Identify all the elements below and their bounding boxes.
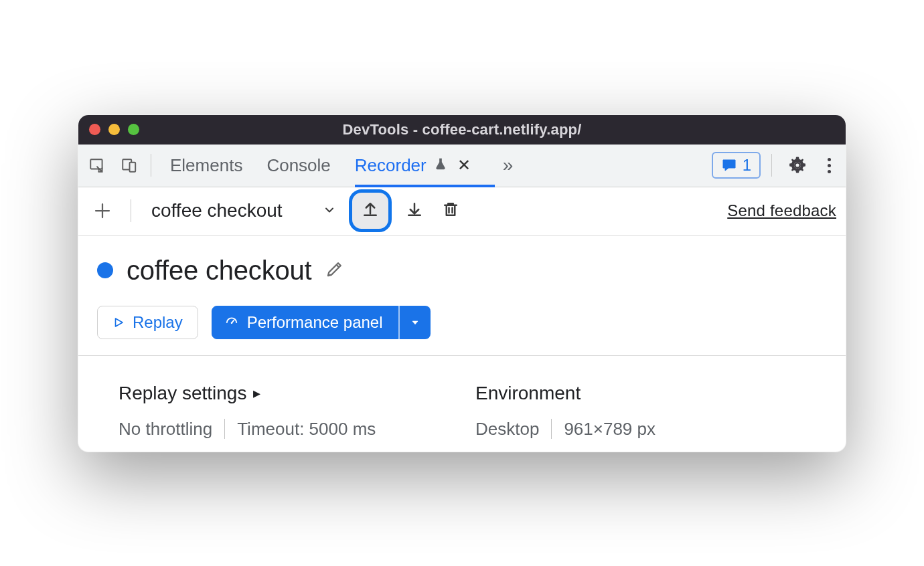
replay-settings-section: Replay settings ▸ No throttling Timeout:…: [119, 383, 449, 440]
replay-button[interactable]: Replay: [97, 306, 198, 339]
more-options-button[interactable]: [819, 158, 839, 173]
caret-right-icon: ▸: [253, 385, 260, 402]
svg-rect-2: [130, 163, 136, 172]
zoom-window-button[interactable]: [128, 124, 139, 135]
delete-recording-button[interactable]: [441, 199, 461, 222]
replay-settings-toggle[interactable]: Replay settings ▸: [119, 383, 449, 404]
export-recording-button[interactable]: [352, 193, 388, 229]
devtools-window: DevTools - coffee-cart.netlify.app/ Elem…: [78, 114, 846, 452]
separator: [224, 419, 225, 439]
dimensions-value: 961×789 px: [564, 419, 656, 440]
throttling-value: No throttling: [119, 419, 212, 440]
recording-status-icon: [97, 262, 113, 278]
close-window-button[interactable]: [89, 124, 100, 135]
timeout-value: Timeout: 5000 ms: [237, 419, 376, 440]
environment-heading: Environment: [475, 383, 805, 404]
replay-label: Replay: [133, 313, 183, 332]
environment-section: Environment Desktop 961×789 px: [475, 383, 805, 440]
inspect-element-button[interactable]: [82, 151, 112, 180]
recording-dropdown[interactable]: coffee checkout: [145, 197, 343, 224]
minimize-window-button[interactable]: [108, 124, 120, 135]
tab-console[interactable]: Console: [266, 145, 330, 187]
chevron-down-icon: [323, 200, 336, 221]
separator: [131, 199, 131, 222]
heading-label: Environment: [475, 383, 581, 404]
more-tabs-button[interactable]: »: [503, 155, 514, 176]
svg-rect-0: [90, 159, 102, 169]
edit-title-button[interactable]: [325, 259, 345, 282]
heading-label: Replay settings: [119, 383, 246, 404]
performance-dropdown-toggle[interactable]: [398, 306, 431, 339]
recording-name: coffee checkout: [151, 200, 283, 221]
tab-label: Console: [266, 155, 330, 176]
tab-label: Elements: [170, 155, 242, 176]
performance-split-button: Performance panel: [212, 306, 431, 339]
gauge-icon: [224, 313, 239, 332]
svg-point-3: [795, 163, 800, 168]
device-toolbar-button[interactable]: [114, 151, 144, 180]
window-title: DevTools - coffee-cart.netlify.app/: [78, 121, 846, 138]
experiment-icon: [433, 155, 448, 176]
performance-label: Performance panel: [247, 313, 383, 332]
upload-icon: [360, 199, 380, 222]
traffic-lights: [78, 124, 139, 135]
tab-elements[interactable]: Elements: [170, 145, 242, 187]
separator: [151, 154, 151, 177]
new-recording-button[interactable]: [88, 196, 117, 225]
separator: [551, 419, 552, 439]
panel-tabs: Elements Console Recorder ✕: [170, 145, 473, 187]
feedback-link[interactable]: Send feedback: [727, 201, 836, 220]
device-value: Desktop: [475, 419, 539, 440]
import-recording-button[interactable]: [404, 199, 425, 222]
settings-panel: Replay settings ▸ No throttling Timeout:…: [78, 355, 846, 452]
close-tab-icon[interactable]: ✕: [455, 155, 473, 176]
titlebar: DevTools - coffee-cart.netlify.app/: [78, 115, 846, 145]
svg-point-4: [230, 322, 232, 324]
recorder-toolbar: coffee checkout Send feedback: [78, 187, 846, 235]
tab-recorder[interactable]: Recorder ✕: [355, 145, 473, 187]
recording-title: coffee checkout: [127, 256, 311, 286]
recording-header: coffee checkout Replay Performance panel: [78, 235, 846, 355]
issues-badge[interactable]: 1: [712, 152, 761, 179]
separator: [771, 154, 772, 177]
issues-count: 1: [743, 156, 751, 175]
performance-button[interactable]: Performance panel: [212, 306, 398, 339]
tab-label: Recorder: [355, 155, 427, 176]
tabs-row: Elements Console Recorder ✕ » 1: [78, 145, 846, 187]
settings-button[interactable]: [783, 151, 812, 180]
